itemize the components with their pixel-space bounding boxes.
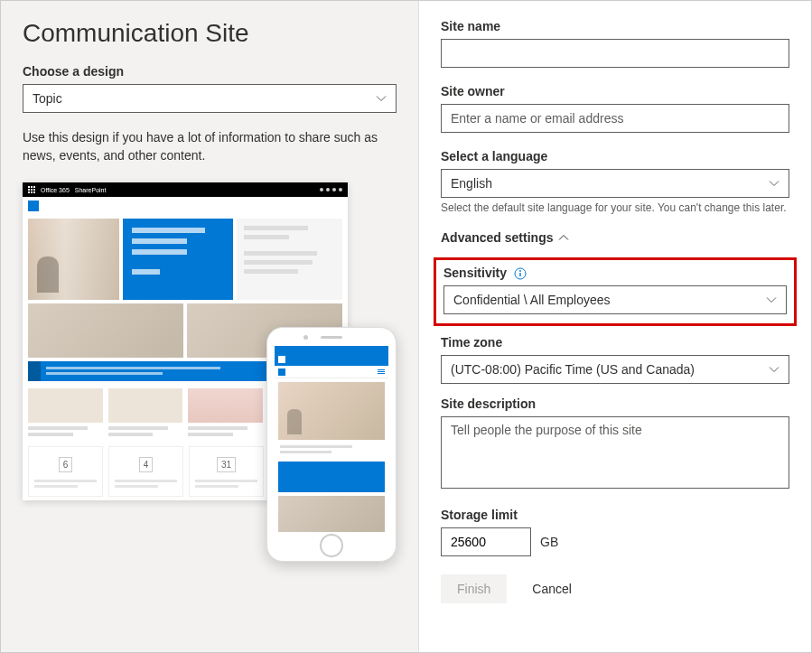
svg-rect-0 (28, 186, 30, 188)
language-value: English (451, 176, 492, 191)
preview-hero-tile (123, 219, 232, 300)
svg-rect-2 (33, 186, 35, 188)
advanced-label: Advanced settings (441, 230, 553, 245)
phone-hero-image (278, 382, 385, 440)
svg-rect-8 (33, 191, 35, 193)
chevron-down-icon (769, 178, 779, 189)
preview-site-header (23, 197, 348, 215)
svg-rect-3 (28, 189, 30, 191)
timezone-field: Time zone (UTC-08:00) Pacific Time (US a… (441, 335, 789, 384)
preview-card-1 (28, 388, 103, 439)
phone-image-2 (278, 496, 385, 532)
left-panel: Communication Site Choose a design Topic… (1, 1, 419, 652)
right-panel: Site name Site owner Select a language E… (419, 1, 811, 652)
preview-suite-bar: Office 365 SharePoint (23, 182, 348, 197)
preview-event-3: 31 (189, 446, 264, 497)
language-helper: Select the default site language for you… (441, 201, 789, 214)
suite-app: SharePoint (75, 187, 107, 193)
sensitivity-value: Confidential \ All Employees (453, 293, 611, 307)
site-name-input[interactable] (441, 39, 789, 68)
preview-event-2: 4 (108, 446, 183, 497)
sensitivity-field: Sensitivity Confidential \ All Employees (443, 266, 787, 314)
chevron-down-icon (376, 93, 387, 104)
design-label: Choose a design (23, 64, 397, 79)
design-preview: Office 365 SharePoint (23, 182, 397, 571)
site-owner-input[interactable] (441, 104, 789, 133)
preview-hero-image-1 (28, 219, 119, 300)
site-owner-field: Site owner (441, 84, 789, 133)
suite-actions (320, 188, 342, 191)
phone-home-button (320, 534, 343, 557)
site-owner-label: Site owner (441, 84, 789, 98)
event-day-3: 31 (217, 457, 236, 472)
advanced-settings-toggle[interactable]: Advanced settings (441, 230, 789, 245)
design-select[interactable]: Topic (23, 84, 397, 113)
site-logo (28, 201, 39, 211)
language-label: Select a language (441, 149, 789, 163)
phone-suite-bar (275, 353, 388, 366)
description-label: Site description (441, 396, 789, 411)
timezone-select[interactable]: (UTC-08:00) Pacific Time (US and Canada) (441, 355, 789, 384)
event-day-2: 4 (139, 457, 154, 472)
event-day-1: 6 (59, 457, 73, 472)
preview-mid-image-1 (28, 303, 183, 358)
sensitivity-select[interactable]: Confidential \ All Employees (443, 285, 787, 314)
svg-rect-6 (28, 191, 30, 193)
page-title: Communication Site (23, 19, 397, 48)
svg-rect-1 (31, 186, 33, 188)
hamburger-icon (378, 369, 385, 374)
svg-rect-10 (519, 273, 520, 276)
timezone-label: Time zone (441, 335, 789, 350)
preview-card-3 (188, 388, 263, 439)
preview-card-2 (108, 388, 183, 439)
description-field: Site description (441, 396, 789, 491)
finish-button[interactable]: Finish (441, 574, 507, 603)
timezone-value: (UTC-08:00) Pacific Time (US and Canada) (451, 362, 695, 377)
chevron-down-icon (766, 294, 777, 305)
phone-site-header (275, 366, 388, 378)
phone-tile (278, 462, 385, 492)
suite-brand: Office 365 (41, 187, 70, 193)
sensitivity-highlight: Sensitivity Confidential \ All Employees (434, 257, 797, 326)
svg-rect-7 (31, 191, 33, 193)
sensitivity-label: Sensitivity (443, 266, 787, 280)
preview-event-1: 6 (28, 446, 103, 497)
site-name-field: Site name (441, 19, 789, 68)
info-icon[interactable] (514, 267, 527, 280)
language-field: Select a language English Select the def… (441, 149, 789, 214)
svg-rect-4 (31, 189, 33, 191)
waffle-icon (28, 186, 35, 193)
chevron-down-icon (769, 364, 779, 375)
site-name-label: Site name (441, 19, 789, 33)
storage-field: Storage limit GB (441, 508, 789, 556)
design-field: Choose a design Topic (23, 64, 397, 113)
design-description: Use this design if you have a lot of inf… (23, 129, 397, 164)
design-value: Topic (33, 91, 62, 106)
storage-input[interactable] (441, 527, 531, 556)
preview-hero-text (237, 219, 342, 300)
storage-label: Storage limit (441, 508, 789, 522)
chevron-up-icon (558, 232, 569, 243)
svg-point-11 (519, 270, 521, 272)
storage-unit: GB (540, 535, 558, 549)
svg-rect-5 (33, 189, 35, 191)
description-input[interactable] (441, 416, 789, 489)
sensitivity-label-text: Sensitivity (443, 266, 507, 280)
cancel-button[interactable]: Cancel (516, 574, 588, 603)
language-select[interactable]: English (441, 169, 789, 198)
preview-phone (266, 327, 397, 562)
button-row: Finish Cancel (441, 574, 789, 603)
